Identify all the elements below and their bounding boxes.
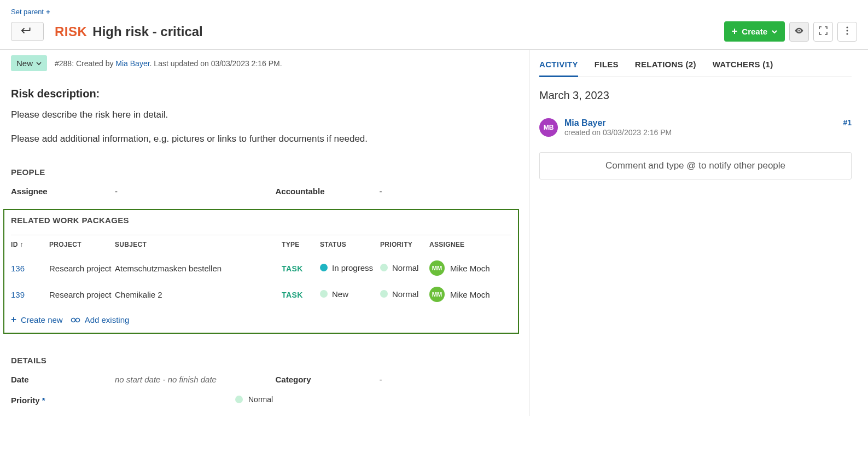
svg-point-4 — [846, 30, 848, 31]
related-section-title: RELATED WORK PACKAGES — [11, 216, 511, 225]
kebab-icon — [846, 26, 848, 37]
col-subject[interactable]: SUBJECT — [115, 235, 282, 256]
assignee-cell: MMMike Moch — [429, 260, 490, 276]
activity-user-link[interactable]: Mia Bayer — [564, 118, 606, 127]
activity-tabs: ACTIVITY FILES RELATIONS (2) WATCHERS (1… — [539, 50, 852, 77]
svg-point-3 — [846, 26, 848, 28]
category-value[interactable]: - — [380, 375, 382, 384]
create-label: Create — [742, 27, 767, 36]
avatar: MB — [539, 118, 558, 137]
project-cell: Research project — [49, 281, 115, 307]
more-menu-button[interactable] — [837, 22, 857, 42]
back-icon — [21, 27, 33, 36]
work-package-type: RISK — [55, 24, 87, 39]
assignee-cell: MMMike Moch — [429, 287, 490, 302]
status-dot-icon — [320, 264, 328, 271]
add-existing-relation[interactable]: Add existing — [71, 314, 130, 325]
meta-info: #288: Created by Mia Bayer. Last updated… — [55, 59, 282, 68]
svg-point-6 — [71, 318, 75, 322]
tab-activity[interactable]: ACTIVITY — [539, 56, 578, 77]
project-cell: Research project — [49, 255, 115, 281]
status-dot-icon — [320, 290, 328, 298]
set-parent-label: Set parent — [11, 8, 44, 16]
table-row[interactable]: 136Research projectAtemschutzmasken best… — [11, 255, 511, 281]
wp-id-link[interactable]: 136 — [11, 264, 25, 273]
svg-point-2 — [799, 30, 800, 32]
assignee-value[interactable]: - — [115, 187, 118, 196]
back-button[interactable] — [11, 22, 44, 41]
type-badge: TASK — [282, 291, 303, 299]
add-existing-label: Add existing — [85, 315, 130, 324]
create-button[interactable]: + Create — [724, 21, 785, 42]
date-value[interactable]: no start date - no finish date — [115, 375, 217, 384]
priority-cell: Normal — [380, 289, 418, 299]
status-label: New — [16, 59, 33, 68]
description-heading: Risk description: — [11, 88, 518, 100]
tab-files[interactable]: FILES — [595, 56, 619, 77]
people-section-title: PEOPLE — [11, 167, 518, 177]
avatar: MM — [429, 287, 445, 302]
activity-meta: created on 03/03/2023 2:16 PM — [564, 128, 672, 137]
col-status[interactable]: STATUS — [320, 235, 380, 256]
related-table: ID↑ PROJECT SUBJECT TYPE STATUS PRIORITY… — [11, 235, 511, 307]
priority-value[interactable]: Normal — [235, 395, 273, 404]
fullscreen-button[interactable] — [813, 22, 833, 42]
avatar: MM — [429, 260, 445, 276]
date-label: Date — [11, 375, 115, 384]
tab-watchers[interactable]: WATCHERS (1) — [713, 56, 773, 77]
col-id[interactable]: ID↑ — [11, 235, 49, 256]
chevron-down-icon — [36, 59, 42, 68]
activity-date: March 3, 2023 — [539, 89, 852, 102]
description-p2: Please add additional information, e.g. … — [11, 132, 518, 146]
eye-icon — [794, 26, 804, 37]
subject-cell: Chemikalie 2 — [115, 281, 282, 307]
col-assignee[interactable]: ASSIGNEE — [429, 235, 511, 256]
accountable-value[interactable]: - — [380, 187, 382, 196]
wp-id-link[interactable]: 139 — [11, 290, 25, 299]
plus-icon: + — [46, 8, 50, 16]
description-p1: Please describe the risk here in detail. — [11, 108, 518, 122]
creator-link[interactable]: Mia Bayer — [115, 59, 149, 68]
create-new-label: Create new — [21, 315, 63, 324]
link-icon — [71, 315, 80, 324]
status-cell: In progress — [320, 263, 373, 272]
svg-point-7 — [75, 318, 79, 322]
watch-button[interactable] — [789, 22, 809, 42]
priority-dot-icon — [380, 290, 388, 298]
page-title[interactable]: High risk - critical — [92, 24, 202, 39]
priority-cell: Normal — [380, 263, 418, 272]
col-type[interactable]: TYPE — [282, 235, 320, 256]
category-label: Category — [276, 375, 380, 384]
priority-dot-icon — [380, 264, 388, 271]
chevron-down-icon — [772, 27, 777, 36]
plus-icon: + — [11, 314, 16, 325]
priority-dot-icon — [235, 396, 243, 403]
activity-anchor[interactable]: #1 — [843, 118, 852, 127]
subject-cell: Atemschutzmasken bestellen — [115, 255, 282, 281]
col-project[interactable]: PROJECT — [49, 235, 115, 256]
table-row[interactable]: 139Research projectChemikalie 2TASKNewNo… — [11, 281, 511, 307]
set-parent-link[interactable]: Set parent + — [11, 8, 50, 16]
details-section-title: DETAILS — [11, 356, 518, 365]
svg-point-5 — [846, 33, 848, 34]
tab-relations[interactable]: RELATIONS (2) — [635, 56, 696, 77]
plus-icon: + — [732, 26, 738, 37]
status-cell: New — [320, 289, 348, 299]
col-priority[interactable]: PRIORITY — [380, 235, 429, 256]
priority-label: Priority * — [11, 396, 115, 405]
activity-item: MB Mia Bayer created on 03/03/2023 2:16 … — [539, 118, 852, 137]
sort-asc-icon: ↑ — [20, 241, 24, 248]
comment-input[interactable]: Comment and type @ to notify other peopl… — [539, 152, 852, 179]
description-body[interactable]: Please describe the risk here in detail.… — [11, 108, 518, 146]
required-icon: * — [42, 396, 45, 405]
related-work-packages-section: RELATED WORK PACKAGES ID↑ PROJECT SUBJEC… — [3, 209, 519, 334]
expand-icon — [819, 26, 828, 37]
type-badge: TASK — [282, 264, 303, 273]
accountable-label: Accountable — [276, 187, 380, 196]
assignee-label: Assignee — [11, 187, 115, 196]
create-new-relation[interactable]: + Create new — [11, 314, 63, 325]
status-dropdown[interactable]: New — [11, 55, 47, 71]
